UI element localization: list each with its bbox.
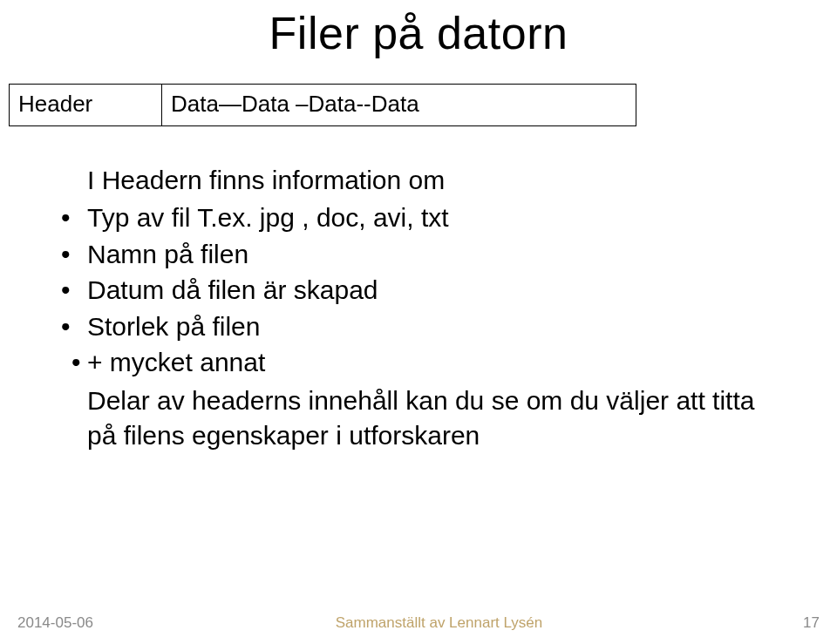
list-item: Storlek på filen xyxy=(54,309,802,344)
lead-text: I Headern finns information om xyxy=(87,163,802,198)
list-item: Namn på filen xyxy=(54,237,802,272)
table-data-cell: Data—Data –Data--Data xyxy=(161,84,636,126)
list-item: + mycket annat xyxy=(54,345,802,380)
closing-text: Delar av headerns innehåll kan du se om … xyxy=(87,383,785,452)
list-item: Datum då filen är skapad xyxy=(54,273,802,308)
table-header-cell: Header xyxy=(9,84,161,126)
file-structure-table: Header Data—Data –Data--Data xyxy=(9,84,636,126)
slide-title: Filer på datorn xyxy=(0,0,837,84)
slide-footer: 2014-05-06 Sammanställt av Lennart Lysén… xyxy=(0,614,837,632)
slide: Filer på datorn Header Data—Data –Data--… xyxy=(0,0,837,644)
footer-page-number: 17 xyxy=(785,614,820,632)
body-content: I Headern finns information om Typ av fi… xyxy=(54,163,802,453)
footer-date: 2014-05-06 xyxy=(17,614,93,632)
list-item: Typ av fil T.ex. jpg , doc, avi, txt xyxy=(54,200,802,235)
footer-author: Sammanställt av Lennart Lysén xyxy=(336,614,543,632)
bullet-list: Typ av fil T.ex. jpg , doc, avi, txt Nam… xyxy=(54,200,802,380)
